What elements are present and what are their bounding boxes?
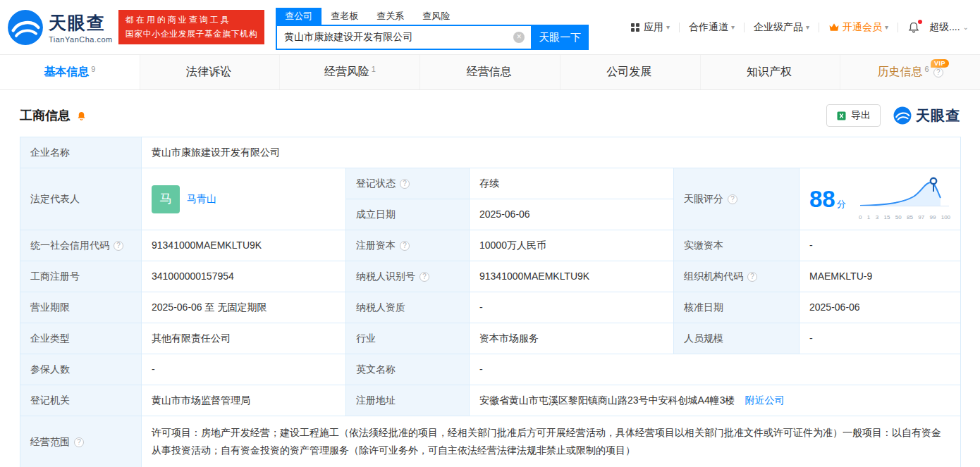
nav-divider [744, 23, 745, 32]
nav-super-member[interactable]: 超级.... ⌄ [929, 21, 969, 34]
tab-company-development[interactable]: 公司发展 [560, 55, 700, 89]
field-label-text: 经营范围 [30, 436, 70, 447]
table-row: 营业期限 2025-06-06 至 无固定期限 纳税人资质 - 核准日期 202… [20, 292, 961, 323]
legal-rep-link[interactable]: 马青山 [187, 192, 216, 206]
nav-open-vip[interactable]: 开通会员 ▾ [828, 21, 888, 34]
tianyancha-logo[interactable]: 天眼查 TianYanCha.com [7, 9, 113, 46]
business-info-table: 企业名称 黄山市康旅建设开发有限公司 法定代表人 马 马青山 登记状态? 存续 … [20, 137, 961, 467]
field-label-establish-date: 成立日期 [346, 199, 470, 230]
chevron-down-icon: ▾ [885, 23, 888, 31]
field-label-approval-date: 核准日期 [674, 292, 800, 323]
tab-operation-risk[interactable]: 经营风险 1 [279, 55, 419, 89]
field-label-taxpayer-qualification: 纳税人资质 [346, 292, 470, 323]
tab-count: 1 [372, 65, 376, 73]
notification-dot [918, 20, 922, 24]
tab-intellectual-property[interactable]: 知识产权 [700, 55, 840, 89]
crown-icon [828, 23, 840, 32]
help-icon[interactable]: ? [114, 241, 123, 251]
tianyancha-logo-icon [7, 9, 44, 46]
nav-divider [679, 23, 680, 32]
tab-legal-proceedings[interactable]: 法律诉讼 [140, 55, 280, 89]
field-value-tyc-score: 88分 013155085979 [800, 168, 961, 230]
top-header: 天眼查 TianYanCha.com 都在用的商业查询工具 国家中小企业发展子基… [0, 0, 980, 55]
nav-super-member-label: 超级.... [929, 21, 960, 34]
nearby-companies-link[interactable]: 附近公司 [745, 394, 784, 406]
score-distribution-chart: 0131550859799100 [859, 176, 950, 222]
nav-cooperation[interactable]: 合作通道 ▾ [689, 21, 735, 34]
tab-label: 法律诉讼 [186, 65, 231, 80]
watermark-logo-text: 天眼查 [916, 106, 960, 125]
tab-label: 公司发展 [606, 65, 651, 80]
slogan-line-2: 国家中小企业发展子基金旗下机构 [125, 27, 258, 41]
field-label-taxpayer-id: 纳税人识别号? [346, 261, 470, 292]
search-type-tabs: 查公司 查老板 查关系 查风险 [276, 7, 589, 25]
field-value-establish-date: 2025-06-06 [470, 199, 674, 230]
nav-open-vip-label: 开通会员 [843, 21, 882, 34]
subscribe-bell-icon[interactable] [76, 111, 87, 121]
field-label-reg-status: 登记状态? [346, 168, 470, 199]
vip-badge: VIP [931, 59, 949, 68]
help-icon[interactable]: ? [400, 179, 410, 189]
help-icon[interactable]: ? [728, 194, 737, 204]
search-input[interactable] [276, 25, 531, 50]
nav-apps-label: 应用 [644, 21, 663, 34]
field-label-tyc-score: 天眼评分? [674, 168, 800, 230]
section-tab-bar: 基本信息 9 法律诉讼 经营风险 1 经营信息 公司发展 知识产权 VIP 历史… [0, 55, 980, 90]
field-value-staff-size: - [800, 323, 961, 354]
tab-label: 知识产权 [747, 65, 792, 80]
search-tab-boss[interactable]: 查老板 [321, 8, 367, 25]
tab-history-info[interactable]: VIP 历史信息 6 ? [840, 55, 980, 89]
field-label-english-name: 英文名称 [346, 354, 470, 385]
tab-label: 基本信息 [44, 65, 89, 80]
search-tab-risk[interactable]: 查风险 [413, 8, 459, 25]
field-label-registry-authority: 登记机关 [20, 385, 142, 416]
table-row: 参保人数 - 英文名称 - [20, 354, 961, 385]
field-value-approval-date: 2025-06-06 [800, 292, 961, 323]
clear-search-icon[interactable]: × [513, 32, 525, 43]
help-icon[interactable]: ? [419, 272, 429, 282]
tab-label: 经营风险 [324, 65, 369, 80]
field-label-paid-capital: 实缴资本 [674, 230, 800, 261]
field-label-text: 纳税人识别号 [356, 270, 415, 282]
legal-rep-avatar: 马 [152, 185, 180, 213]
search-tab-relation[interactable]: 查关系 [367, 8, 413, 25]
field-value-legal-rep: 马 马青山 [142, 168, 346, 230]
field-value-reg-status: 存续 [470, 168, 674, 199]
search-area: 查公司 查老板 查关系 查风险 × 天眼一下 [276, 4, 589, 50]
field-label-text: 注册资本 [356, 239, 396, 251]
help-icon[interactable]: ? [74, 437, 84, 447]
chevron-down-icon: ▾ [666, 23, 670, 31]
field-label-reg-number: 工商注册号 [20, 261, 142, 292]
field-label-credit-code: 统一社会信用代码? [20, 230, 142, 261]
nav-enterprise-products[interactable]: 企业级产品 ▾ [754, 21, 809, 34]
nav-notifications[interactable] [907, 21, 920, 34]
brand-slogan-badge: 都在用的商业查询工具 国家中小企业发展子基金旗下机构 [118, 10, 265, 44]
tab-label: 经营信息 [467, 65, 512, 80]
help-icon[interactable]: ? [933, 68, 943, 77]
field-label-industry: 行业 [346, 323, 470, 354]
field-value-registry-authority: 黄山市市场监督管理局 [142, 385, 346, 416]
table-row: 企业名称 黄山市康旅建设开发有限公司 [20, 137, 961, 168]
search-tab-company[interactable]: 查公司 [276, 8, 321, 25]
table-row: 法定代表人 马 马青山 登记状态? 存续 天眼评分? 88分 [20, 168, 961, 199]
field-value-industry: 资本市场服务 [470, 323, 674, 354]
field-value-credit-code: 91341000MAEMKLTU9K [142, 230, 346, 261]
field-label-insured-count: 参保人数 [20, 354, 142, 385]
tab-basic-info[interactable]: 基本信息 9 [0, 55, 140, 89]
field-value-taxpayer-id: 91341000MAEMKLTU9K [470, 261, 674, 292]
score-axis-labels: 0131550859799100 [859, 213, 950, 222]
help-icon[interactable]: ? [747, 272, 757, 282]
field-value-english-name: - [470, 354, 961, 385]
logo-brand-text: 天眼查 [49, 11, 113, 35]
tab-operation-info[interactable]: 经营信息 [419, 55, 560, 89]
field-value-company-type: 其他有限责任公司 [142, 323, 346, 354]
tianyancha-logo-icon [893, 106, 912, 125]
field-label-company-type: 企业类型 [20, 323, 142, 354]
search-button[interactable]: 天眼一下 [531, 25, 589, 50]
field-value-reg-capital: 10000万人民币 [470, 230, 674, 261]
help-icon[interactable]: ? [400, 241, 410, 251]
nav-apps[interactable]: 应用 ▾ [631, 21, 670, 34]
field-value-org-code: MAEMKLTU-9 [800, 261, 961, 292]
field-value-reg-number: 341000000157954 [142, 261, 346, 292]
export-button[interactable]: 导出 [826, 104, 881, 127]
